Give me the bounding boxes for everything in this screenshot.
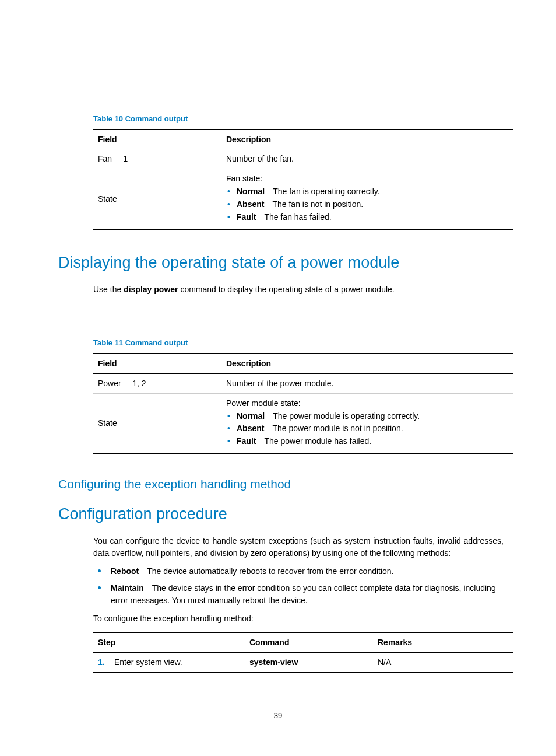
list-item: Maintain—The device stays in the error c… [93, 582, 504, 607]
list-item: Absent—The power module is not in positi… [226, 423, 508, 434]
table10-head-field: Field [93, 130, 221, 149]
heading-config-procedure: Configuration procedure [58, 503, 504, 524]
state-text: —The power module is not in position. [264, 424, 403, 433]
step-head-step: Step [93, 632, 245, 652]
table10-r0-field: Fan 1 [93, 149, 221, 169]
table10-r0-desc: Number of the fan. [221, 149, 513, 169]
table11-caption: Table 11 Command output [93, 338, 504, 348]
list-item: Reboot—The device automatically reboots … [93, 565, 504, 578]
table-row: State Fan state: Normal—The fan is opera… [93, 169, 513, 229]
table11-state-field: State [93, 393, 221, 453]
step-text: Enter system view. [114, 657, 182, 667]
method-text: —The device stays in the error condition… [111, 583, 496, 605]
method-text: —The device automatically reboots to rec… [139, 566, 393, 576]
table11-head: Field Description [93, 354, 513, 373]
state-name: Absent [237, 424, 264, 433]
fan-state-list: Normal—The fan is operating correctly. A… [226, 186, 508, 223]
step-head-remarks: Remarks [373, 632, 513, 652]
intro-pre: Use the [93, 285, 124, 294]
state-text: —The fan is not in position. [264, 200, 363, 209]
heading-power-module: Displaying the operating state of a powe… [58, 252, 504, 273]
table11-state-desc: Power module state: Normal—The power mod… [221, 393, 513, 453]
command-text: system-view [249, 657, 298, 667]
state-text: —The power module is operating correctly… [265, 411, 420, 421]
table-row: Fan 1 Number of the fan. [93, 149, 513, 169]
spacer [58, 296, 504, 338]
state-name: Absent [237, 200, 264, 209]
bullet-icon [98, 569, 101, 572]
step-cell: 1.Enter system view. [93, 652, 245, 672]
power-state-title: Power module state: [226, 398, 508, 409]
para-display-power: Use the display power command to display… [93, 284, 504, 296]
para-exception-intro: You can configure the device to handle s… [93, 535, 504, 559]
table-row: State Power module state: Normal—The pow… [93, 393, 513, 453]
state-text: —The fan has failed. [256, 212, 331, 222]
list-item: Fault—The fan has failed. [226, 212, 508, 223]
table11-r0-field: Power 1, 2 [93, 373, 221, 393]
table10-state-field: State [93, 169, 221, 229]
table10-head: Field Description [93, 130, 513, 149]
table-row: Power 1, 2 Number of the power module. [93, 373, 513, 393]
state-name: Fault [237, 212, 256, 222]
method-name: Maintain [111, 583, 144, 593]
step-head-command: Command [245, 632, 373, 652]
table11-head-desc: Description [221, 354, 513, 373]
step-table-head: Step Command Remarks [93, 632, 513, 652]
power-state-list: Normal—The power module is operating cor… [226, 411, 508, 447]
table11-r0-desc: Number of the power module. [221, 373, 513, 393]
intro-post: command to display the operating state o… [178, 285, 395, 294]
state-name: Normal [237, 411, 265, 421]
state-name: Normal [237, 187, 265, 196]
state-text: —The power module has failed. [256, 436, 371, 446]
page: Table 10 Command output Field Descriptio… [0, 0, 556, 756]
intro-cmd: display power [124, 285, 178, 294]
step-num: 1. [98, 657, 114, 668]
list-item: Normal—The power module is operating cor… [226, 411, 508, 422]
command-cell: system-view [245, 652, 373, 672]
table10-head-desc: Description [221, 130, 513, 149]
table10-caption: Table 10 Command output [93, 114, 504, 124]
bullet-icon [98, 586, 101, 589]
list-item: Normal—The fan is operating correctly. [226, 186, 508, 197]
state-text: —The fan is operating correctly. [265, 187, 379, 196]
list-item: Absent—The fan is not in position. [226, 199, 508, 210]
table11: Field Description Power 1, 2 Number of t… [93, 353, 513, 454]
table11-head-field: Field [93, 354, 221, 373]
table-row: 1.Enter system view. system-view N/A [93, 652, 513, 672]
method-name: Reboot [111, 566, 139, 576]
remarks-cell: N/A [373, 652, 513, 672]
state-name: Fault [237, 436, 256, 446]
list-item: Fault—The power module has failed. [226, 436, 508, 447]
table10: Field Description Fan 1 Number of the fa… [93, 129, 513, 230]
step-table: Step Command Remarks 1.Enter system view… [93, 632, 513, 673]
page-number: 39 [0, 710, 556, 721]
para-config-intro: To configure the exception handling meth… [93, 612, 504, 625]
heading-exception: Configuring the exception handling metho… [58, 476, 504, 492]
table10-state-desc: Fan state: Normal—The fan is operating c… [221, 169, 513, 229]
fan-state-title: Fan state: [226, 173, 508, 184]
exception-methods-list: Reboot—The device automatically reboots … [93, 565, 504, 607]
